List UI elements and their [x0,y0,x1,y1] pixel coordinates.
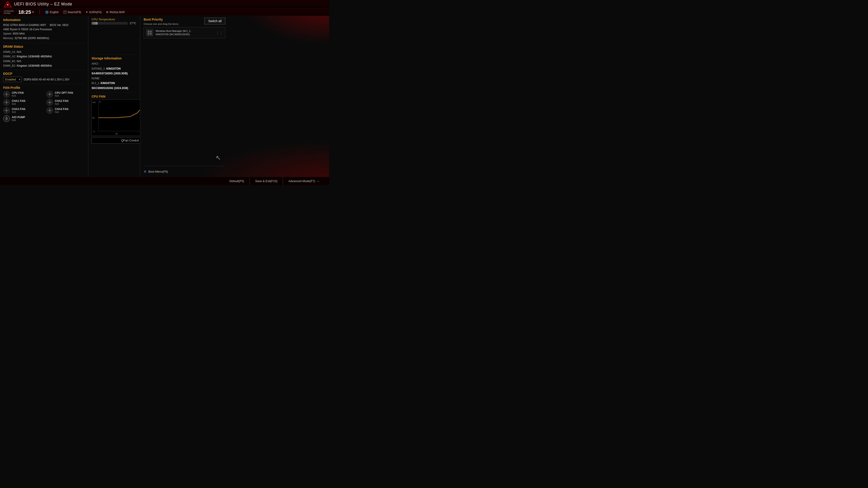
nav-aura[interactable]: ✦ AURA(F4) [86,11,101,14]
storage-sata-line: SATA6G_1: KINGSTON SA400S371920G (1920.3… [92,66,137,76]
advanced-mode-arrow-icon: → [316,180,319,183]
advanced-mode-button[interactable]: Advanced Mode(F7) → [283,177,324,185]
boot-menu-button[interactable]: ✳ Boot Menu(F8) [144,168,225,175]
fan-cpu-opt-icon [46,91,53,98]
fan-cpu-opt: CPU OPT FAN N/A [46,91,85,98]
dram-dimm-b2: DIMM_B2: Kingston 16384MB 4800MHz [3,64,85,68]
search-icon: ? [63,11,66,14]
docp-row: Enabled Disabled DDR5-6000 40-40-40-80-1… [3,77,85,82]
fan-cpu-opt-value: N/A [55,94,73,97]
docp-select-wrapper[interactable]: Enabled Disabled [3,77,22,82]
docp-select[interactable]: Enabled Disabled [3,77,22,82]
resizebar-icon: ⚙ [106,11,108,14]
fan-cha2: CHA2 FAN N/A [46,99,85,106]
svg-text:100: 100 [92,101,96,103]
boot-priority-title: Boot Priority [144,18,179,21]
cursor-icon: ↖ [216,154,221,162]
svg-rect-26 [150,33,152,35]
fan-cha4-icon [46,107,53,114]
rog-logo-icon [4,1,12,7]
nav-search[interactable]: ? Search(F9) [63,11,81,14]
fan-cha3: CHA3 FAN N/A [3,107,42,114]
docp-title: DOCP [3,72,85,75]
left-panel: Information ROG STRIX B650-A GAMING WIFI… [0,16,88,177]
svg-text:30: 30 [115,133,118,135]
fan-cha3-value: N/A [12,111,25,113]
qfan-control-button[interactable]: QFan Control [92,137,140,144]
day-text: Sunday [4,12,11,14]
cpu-temp-section: CPU Temperature 17°C [92,18,136,53]
fan-profile-section: FAN Profile CPU FAN N/A [3,86,85,122]
svg-point-5 [6,102,7,103]
svg-text:%: % [99,101,101,103]
header-logo: UEFI BIOS Utility – EZ Mode [4,1,72,7]
svg-point-3 [6,94,7,95]
fan-cpu-value: N/A [12,94,24,97]
fan-aio-pump: AIO PUMP N/A [3,115,85,122]
dram-dimm-a2: DIMM_A2: Kingston 16384MB 4800MHz [3,54,85,59]
header-bar: UEFI BIOS Utility – EZ Mode [0,0,329,8]
svg-point-4 [49,94,51,95]
svg-point-7 [6,110,7,111]
boot-item-menu-icon[interactable]: ⋮⋮ [216,31,223,35]
fan-cha2-value: N/A [55,103,68,105]
docp-section: DOCP Enabled Disabled DDR5-6000 40-40-40… [3,72,85,82]
cpu-temp-bar-row: 17°C [92,22,136,25]
fan-curve-svg: 100 50 0 30 70 100 °C % [92,100,140,135]
boot-item-windows[interactable]: Windows Boot Manager (M.2_1:KINGSTON SKC… [144,27,225,38]
cpu-temp-bar-fill [92,22,98,25]
center-panel: CPU Temperature 17°C CPU Core Voltage 1.… [88,16,140,177]
nav-english[interactable]: 🌐 English [45,11,59,14]
fan-cpu-label: CPU FAN [12,91,24,94]
fan-cpu-icon [3,91,10,98]
svg-point-10 [6,118,7,119]
fan-aio-pump-icon [3,115,10,122]
fan-cha4-value: N/A [55,111,68,113]
bottom-bar: Default(F5) Save & Exit(F10) Advanced Mo… [0,177,329,185]
fan-cha1-value: N/A [12,103,25,105]
cpu-temp-value: 17°C [129,22,136,25]
boot-priority-section: Boot Priority Choose one and drag the it… [144,18,225,39]
right-panel-spacer [144,39,225,154]
switch-all-button[interactable]: Switch all [204,18,225,24]
svg-rect-25 [148,33,149,35]
svg-point-6 [49,102,51,103]
boot-item-label: Windows Boot Manager (M.2_1:KINGSTON SKC… [156,29,191,36]
svg-text:50: 50 [92,117,94,119]
center-top-row: CPU Temperature 17°C CPU Core Voltage 1.… [92,18,137,53]
top-bar: 12/25/2022 Sunday 18:25 ⚙ 🌐 English ? Se… [0,8,329,16]
fan-aio-label: AIO PUMP [12,116,25,119]
fan-cha1-icon [3,99,10,106]
docp-description: DDR5-6000 40-40-40-80-1.35V-1.35V [24,78,69,81]
svg-point-8 [49,110,51,111]
storage-nvme-label: NVME: [92,76,137,81]
svg-rect-24 [150,31,152,33]
default-button[interactable]: Default(F5) [224,177,250,185]
information-title: Information [3,18,85,22]
dram-dimm-a1: DIMM_A1: N/A [3,50,85,54]
information-section: Information ROG STRIX B650-A GAMING WIFI… [3,18,85,40]
cpu-temp-bar-bg [92,22,128,25]
memory-line: Memory: 32768 MB (DDR5 4800MHz) [3,36,85,40]
bios-model-line: ROG STRIX B650-A GAMING WIFI BIOS Ver. 0… [3,23,85,27]
datetime-display: 12/25/2022 Sunday [4,10,14,14]
fan-profile-title: FAN Profile [3,86,85,90]
save-exit-button[interactable]: Save & Exit(F10) [250,177,283,185]
boot-menu-icon: ✳ [144,169,147,174]
storage-section: Storage Information AHCI: SATA6G_1: KING… [92,57,137,91]
settings-icon[interactable]: ⚙ [32,11,34,13]
svg-text:0: 0 [94,130,95,133]
cpu-fan-chart: 100 50 0 30 70 100 °C % [92,100,140,136]
right-panel: Boot Priority Choose one and drag the it… [141,16,228,177]
cursor-area: ↖ [144,154,225,162]
main-content: Information ROG STRIX B650-A GAMING WIFI… [0,16,329,177]
fan-cha3-icon [3,107,10,114]
fan-cha2-label: CHA2 FAN [55,99,68,103]
cpu-fan-title: CPU FAN [92,95,137,98]
boot-item-icon [146,29,153,36]
storage-ahci-label: AHCI: [92,61,137,66]
fan-cha4-label: CHA4 FAN [55,107,68,111]
fan-cpu: CPU FAN N/A [3,91,42,98]
fan-cha4: CHA4 FAN N/A [46,107,85,114]
nav-resizebar[interactable]: ⚙ ReSize BAR [106,11,125,14]
